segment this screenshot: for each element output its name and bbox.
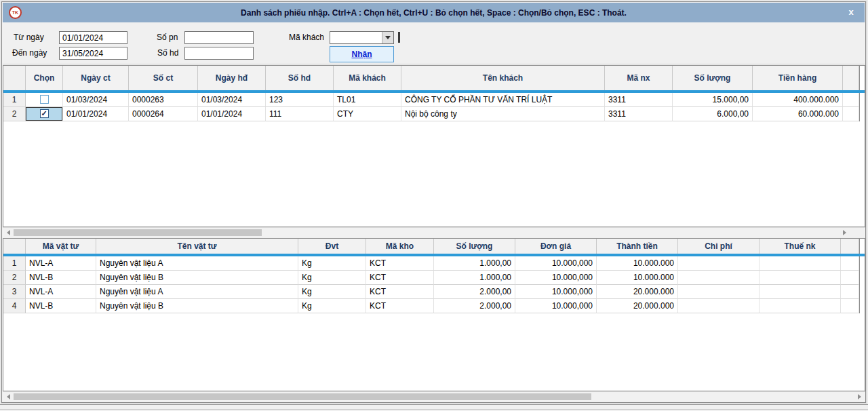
cell-filler: [859, 285, 865, 299]
item-row[interactable]: 1NVL-ANguyên vật liệu AKgKCT1.000,0010.0…: [3, 256, 865, 271]
column-header-ngay_ct: Ngày ct: [63, 66, 129, 90]
cell-chi_phi: [678, 285, 760, 299]
cell-so_luong: 6.000,00: [673, 107, 753, 121]
cell-don_gia: 10.000,000: [515, 256, 597, 271]
checkbox-cell[interactable]: ✓: [26, 107, 63, 121]
column-header-ma_nx: Mã nx: [605, 66, 673, 90]
row-number: 2: [3, 271, 26, 285]
cell-thue_nk: [760, 271, 841, 285]
voucher-row[interactable]: 2✓01/01/2024000026401/01/2024111CTYNội b…: [3, 107, 865, 121]
customer-code-combobox[interactable]: [330, 31, 394, 44]
customer-code-value[interactable]: [330, 32, 382, 43]
from-date-input[interactable]: [59, 31, 127, 44]
column-header-ma_vat_tu: Mã vật tư: [26, 239, 96, 254]
cell-partial: [841, 271, 859, 285]
cell-thanh_tien: 20.000.000: [597, 299, 678, 313]
scroll-left-icon[interactable]: [7, 394, 10, 399]
row-number: 1: [3, 93, 26, 107]
row-number: 3: [3, 285, 26, 299]
filter-panel: Từ ngày Đến ngày Số pn Số hd Mã khách Nh…: [3, 22, 865, 64]
items-table: Mã vật tưTên vật tưĐvtMã khoSố lượngĐơn …: [3, 238, 865, 391]
screen-background: TK Danh sách phiếu nhập. Ctrl+A : Chọn h…: [0, 0, 868, 411]
cell-so_luong: 15.000,00: [673, 93, 753, 107]
cell-don_gia: 10.000,000: [515, 285, 597, 299]
item-row[interactable]: 2NVL-BNguyên vật liệu BKgKCT1.000,0010.0…: [3, 271, 865, 285]
vouchers-header-row: ChọnNgày ctSố ctNgày hđSố hdMã kháchTên …: [3, 66, 865, 90]
close-icon[interactable]: x: [846, 7, 856, 18]
cell-don_gia: 10.000,000: [515, 299, 597, 313]
cell-ma_kho: KCT: [366, 271, 434, 285]
cell-so_hd: 111: [266, 107, 334, 121]
cell-ma_nx: 3311: [605, 107, 673, 121]
items-scrollbar-thumb[interactable]: [14, 393, 591, 400]
cell-so_luong: 1.000,00: [434, 256, 515, 271]
checkbox-checked-icon[interactable]: ✓: [40, 109, 49, 118]
cell-filler: [859, 107, 865, 121]
item-row[interactable]: 3NVL-ANguyên vật liệu AKgKCT2.000,0010.0…: [3, 285, 865, 299]
cell-ngay_ct: 01/01/2024: [63, 107, 129, 121]
cell-ten_vat_tu: Nguyên vật liệu A: [96, 285, 298, 299]
combobox-dropdown-button[interactable]: [382, 32, 393, 43]
cell-thue_nk: [760, 256, 841, 271]
column-header-thue_nk: Thuế nk: [760, 239, 841, 254]
cell-thanh_tien: 10.000.000: [597, 271, 678, 285]
column-header-partial: [841, 239, 859, 254]
cell-thue_nk: [760, 299, 841, 313]
cell-partial: [843, 107, 859, 121]
voucher-no-label: Số pn: [157, 31, 178, 43]
row-number: 1: [3, 256, 26, 271]
cell-filler: [859, 256, 865, 271]
cell-filler: [859, 93, 865, 107]
scroll-right-icon[interactable]: [843, 230, 846, 235]
invoice-no-label: Số hd: [157, 47, 178, 59]
item-row[interactable]: 4NVL-BNguyên vật liệu BKgKCT2.000,0010.0…: [3, 299, 865, 313]
row-number: 2: [3, 107, 26, 121]
cell-partial: [841, 256, 859, 271]
cell-chi_phi: [678, 299, 760, 313]
scroll-left-icon[interactable]: [7, 230, 10, 235]
to-date-label: Đến ngày: [12, 47, 47, 59]
cell-ngay_hd: 01/03/2024: [198, 93, 266, 107]
cell-ten_vat_tu: Nguyên vật liệu B: [96, 271, 298, 285]
cell-ngay_ct: 01/03/2024: [63, 93, 129, 107]
checkbox-unchecked-icon[interactable]: [40, 95, 49, 104]
cell-tien_hang: 60.000.000: [753, 107, 843, 121]
cell-so_luong: 1.000,00: [434, 271, 515, 285]
v-scrollbar-track[interactable]: [859, 66, 865, 90]
accept-button[interactable]: Nhận: [330, 46, 394, 62]
vouchers-table: ChọnNgày ctSố ctNgày hđSố hdMã kháchTên …: [3, 65, 865, 227]
cell-so_hd: 123: [266, 93, 334, 107]
chevron-down-icon: [385, 36, 391, 39]
checkbox-cell[interactable]: [26, 93, 63, 107]
cell-partial: [841, 285, 859, 299]
cell-ma_kho: KCT: [366, 256, 434, 271]
scroll-right-icon[interactable]: [858, 394, 861, 399]
cell-ma_khach: TL01: [334, 93, 401, 107]
vouchers-h-scrollbar[interactable]: [3, 227, 865, 237]
column-header-ma_kho: Mã kho: [366, 239, 434, 254]
dialog-title: Danh sách phiếu nhập. Ctrl+A : Chọn hết,…: [3, 8, 865, 18]
v-scrollbar-track[interactable]: [859, 239, 865, 254]
column-header-chi_phi: Chi phí: [678, 239, 760, 254]
cell-ma_vat_tu: NVL-B: [26, 299, 96, 313]
to-date-input[interactable]: [59, 47, 127, 60]
column-header-partial: [843, 66, 859, 90]
cell-thanh_tien: 20.000.000: [597, 285, 678, 299]
column-header-don_gia: Đơn giá: [515, 239, 597, 254]
cell-thue_nk: [760, 285, 841, 299]
items-h-scrollbar[interactable]: [3, 391, 865, 401]
voucher-row[interactable]: 101/03/2024000026301/03/2024123TL01CÔNG …: [3, 93, 865, 107]
items-header-row: Mã vật tưTên vật tưĐvtMã khoSố lượngĐơn …: [3, 239, 865, 254]
invoice-no-input[interactable]: [184, 47, 254, 60]
background-window-edge: [0, 404, 868, 411]
cell-thanh_tien: 10.000.000: [597, 256, 678, 271]
vouchers-scrollbar-thumb[interactable]: [14, 229, 262, 236]
column-header-so_hd: Số hd: [266, 66, 334, 90]
voucher-no-input[interactable]: [184, 31, 254, 44]
column-header-ten_khach: Tên khách: [401, 66, 605, 90]
cell-dvt: Kg: [298, 299, 366, 313]
cell-ten_khach: Nội bộ công ty: [401, 107, 605, 121]
column-header-chon: Chọn: [26, 66, 63, 90]
cell-don_gia: 10.000,000: [515, 271, 597, 285]
cell-dvt: Kg: [298, 256, 366, 271]
